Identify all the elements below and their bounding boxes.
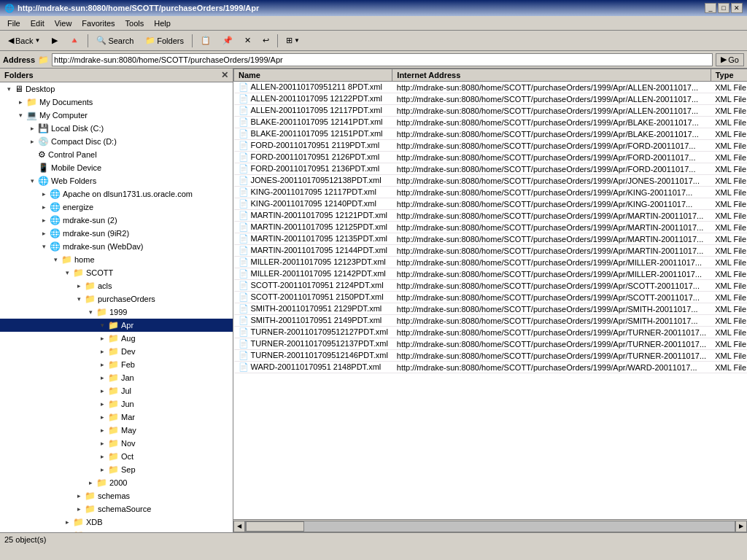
sidebar-item-jan[interactable]: ▸ 📁 Jan [0, 371, 233, 384]
close-button[interactable]: ✕ [731, 3, 743, 13]
sidebar-item-compact-disc[interactable]: ▸ 💿 Compact Disc (D:) [0, 135, 233, 148]
scroll-thumb[interactable] [246, 521, 304, 532]
undo-button[interactable]: ↩ [258, 33, 274, 49]
col-header-internet-address[interactable]: Internet Address [392, 69, 711, 82]
sidebar-item-sys[interactable]: ▸ 📁 sys [0, 529, 233, 532]
expander-desktop[interactable]: ▾ [3, 83, 15, 95]
table-row[interactable]: 📄TURNER-2001101709512127PDT.xml http://m… [234, 327, 748, 338]
expander-jan[interactable]: ▸ [96, 372, 108, 384]
folder-tree[interactable]: ▾ 🖥 Desktop ▸ 📁 My Documents ▾ 💻 My Comp… [0, 82, 233, 532]
table-row[interactable]: 📄MARTIN-20011017095 12135PDT.xml http://… [234, 233, 748, 245]
expander-oct[interactable]: ▸ [96, 451, 108, 462]
expander-xdb[interactable]: ▸ [61, 516, 73, 528]
expander-nov[interactable]: ▸ [96, 438, 108, 449]
table-row[interactable]: 📄SCOTT-200110170951 2124PDT.xml http://m… [234, 280, 748, 292]
sidebar-item-mobile-device[interactable]: ▸ 📱 Mobile Device [0, 161, 233, 174]
menu-favorites[interactable]: Favorites [77, 18, 119, 29]
sidebar-item-sep[interactable]: ▸ 📁 Sep [0, 463, 233, 476]
sidebar-item-mdrake-sun-2[interactable]: ▸ 🌐 mdrake-sun (2) [0, 214, 233, 227]
table-row[interactable]: 📄SMITH-200110170951 2129PDT.xml http://m… [234, 303, 748, 315]
scroll-left-button[interactable]: ◀ [233, 521, 245, 532]
sidebar-item-apr[interactable]: ▾ 📁 Apr [0, 319, 233, 332]
back-button[interactable]: ◀ Back ▼ [3, 33, 45, 49]
sidebar-item-dev[interactable]: ▸ 📁 Dev [0, 345, 233, 358]
expander-acls[interactable]: ▸ [73, 280, 85, 292]
file-list[interactable]: Name Internet Address Type 📄ALLEN-200110… [233, 69, 747, 519]
table-row[interactable]: 📄SMITH-200110170951 2149PDT.xml http://m… [234, 315, 748, 327]
expander-sep[interactable]: ▸ [96, 464, 108, 475]
table-row[interactable]: 📄BLAKE-20011017095 12141PDT.xml http://m… [234, 117, 748, 128]
sidebar-item-my-computer[interactable]: ▾ 💻 My Computer [0, 109, 233, 122]
expander-mdrake-sun-9ir2[interactable]: ▸ [38, 228, 50, 239]
expander-mdrake-sun-2[interactable]: ▸ [38, 214, 50, 226]
title-bar-controls[interactable]: _ □ ✕ [705, 3, 743, 13]
sidebar-item-2000[interactable]: ▸ 📁 2000 [0, 476, 233, 489]
expander-feb[interactable]: ▸ [96, 359, 108, 370]
sidebar-item-energize[interactable]: ▸ 🌐 energize [0, 201, 233, 214]
expander-2000[interactable]: ▸ [85, 477, 96, 489]
sidebar-item-xdb[interactable]: ▸ 📁 XDB [0, 516, 233, 529]
table-row[interactable]: 📄BLAKE-20011017095 12151PDT.xml http://m… [234, 128, 748, 140]
horizontal-scrollbar[interactable]: ◀ ▶ [233, 519, 747, 532]
menu-tools[interactable]: Tools [121, 18, 149, 29]
expander-jun[interactable]: ▸ [96, 398, 108, 410]
sidebar-item-jun[interactable]: ▸ 📁 Jun [0, 397, 233, 411]
expander-home[interactable]: ▾ [50, 254, 61, 265]
table-row[interactable]: 📄ALLEN-200110170951211 8PDT.xml http://m… [234, 82, 748, 93]
table-row[interactable]: 📄MARTIN-20011017095 12125PDT.xml http://… [234, 222, 748, 233]
menu-help[interactable]: Help [150, 18, 175, 29]
table-row[interactable]: 📄KING-20011017095 12140PDT.xml http://md… [234, 198, 748, 210]
expander-compact-disc[interactable]: ▸ [26, 136, 38, 147]
menu-file[interactable]: File [3, 18, 25, 29]
sidebar-item-feb[interactable]: ▸ 📁 Feb [0, 358, 233, 371]
expander-sys[interactable]: ▸ [61, 529, 73, 532]
scroll-track[interactable] [245, 521, 735, 532]
sidebar-item-jul[interactable]: ▸ 📁 Jul [0, 384, 233, 397]
table-row[interactable]: 📄SCOTT-200110170951 2150PDT.xml http://m… [234, 292, 748, 303]
table-row[interactable]: 📄MARTIN-20011017095 12121PDT.xml http://… [234, 210, 748, 222]
expander-dev[interactable]: ▸ [96, 346, 108, 357]
expander-jul[interactable]: ▸ [96, 385, 108, 397]
go-button[interactable]: ▶ Go [716, 53, 744, 66]
menu-view[interactable]: View [50, 18, 77, 29]
address-input[interactable] [52, 53, 713, 66]
table-row[interactable]: 📄MILLER-20011017095 12123PDT.xml http://… [234, 257, 748, 268]
table-row[interactable]: 📄JONES-2001101709512138PDT.xml http://md… [234, 175, 748, 187]
expander-mar[interactable]: ▸ [96, 411, 108, 423]
table-row[interactable]: 📄ALLEN-20011017095 12117PDT.xml http://m… [234, 105, 748, 117]
expander-apr[interactable]: ▾ [96, 319, 108, 331]
table-row[interactable]: 📄KING-20011017095 12117PDT.xml http://md… [234, 187, 748, 198]
expander-apache[interactable]: ▸ [38, 188, 50, 200]
sidebar-item-mar[interactable]: ▸ 📁 Mar [0, 411, 233, 424]
table-row[interactable]: 📄FORD-200110170951 2119PDT.xml http://md… [234, 140, 748, 152]
sidebar-item-schema-source[interactable]: ▸ 📁 schemaSource [0, 502, 233, 516]
sidebar-item-mdrake-sun-webdav[interactable]: ▾ 🌐 mdrake-sun (WebDav) [0, 240, 233, 253]
expander-scott[interactable]: ▾ [61, 267, 73, 279]
sidebar-item-schemas[interactable]: ▸ 📁 schemas [0, 489, 233, 502]
minimize-button[interactable]: _ [705, 3, 716, 13]
copy-button[interactable]: 📋 [196, 33, 216, 49]
sidebar-item-scott[interactable]: ▾ 📁 SCOTT [0, 266, 233, 279]
expander-energize[interactable]: ▸ [38, 201, 50, 213]
expander-mdrake-sun-webdav[interactable]: ▾ [38, 241, 50, 252]
sidebar-item-web-folders[interactable]: ▾ 🌐 Web Folders [0, 174, 233, 187]
table-row[interactable]: 📄TURNER-2001101709512137PDT.xml http://m… [234, 338, 748, 350]
col-header-name[interactable]: Name [234, 69, 392, 82]
expander-my-computer[interactable]: ▾ [15, 109, 26, 121]
folders-button[interactable]: 📁 Folders [140, 33, 189, 49]
expander-aug[interactable]: ▸ [96, 332, 108, 344]
table-row[interactable]: 📄MARTIN-20011017095 12144PDT.xml http://… [234, 245, 748, 257]
table-row[interactable]: 📄TURNER-2001101709512146PDT.xml http://m… [234, 350, 748, 362]
sidebar-item-desktop[interactable]: ▾ 🖥 Desktop [0, 82, 233, 96]
col-header-type[interactable]: Type [711, 69, 747, 82]
menu-edit[interactable]: Edit [26, 18, 49, 29]
sidebar-item-local-disk[interactable]: ▸ 💾 Local Disk (C:) [0, 122, 233, 135]
scroll-right-button[interactable]: ▶ [735, 521, 747, 532]
sidebar-item-may[interactable]: ▸ 📁 May [0, 424, 233, 437]
expander-schema-source[interactable]: ▸ [73, 503, 85, 515]
sidebar-item-1999[interactable]: ▾ 📁 1999 [0, 306, 233, 319]
paste-button[interactable]: 📌 [217, 33, 238, 49]
table-row[interactable]: 📄ALLEN-20011017095 12122PDT.xml http://m… [234, 93, 748, 105]
views-button[interactable]: ⊞ ▼ [281, 33, 305, 49]
sidebar-item-home[interactable]: ▾ 📁 home [0, 253, 233, 266]
